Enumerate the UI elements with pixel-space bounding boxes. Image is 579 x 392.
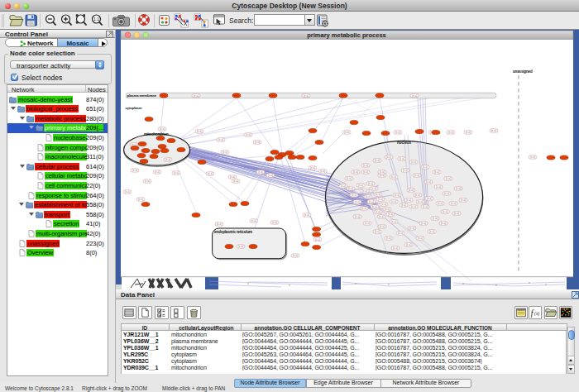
svg-text:[e-a]: [e-a]	[268, 174, 273, 177]
svg-text:endoplasmic reticulum: endoplasmic reticulum	[214, 230, 252, 234]
svg-text:[e-a]: [e-a]	[395, 131, 400, 134]
svg-text:primary metabolic process: primary metabolic process	[307, 31, 385, 39]
svg-text:[e-a]: [e-a]	[304, 94, 309, 98]
svg-text:[e-a]: [e-a]	[230, 175, 235, 179]
svg-text:1:1: 1:1	[93, 17, 99, 22]
svg-text:[e-a]: [e-a]	[293, 254, 298, 257]
svg-text:[e-a]: [e-a]	[385, 208, 390, 211]
svg-text:[e-a]: [e-a]	[315, 238, 320, 241]
svg-text:[e-a]: [e-a]	[194, 94, 199, 98]
svg-text:[e-a]: [e-a]	[155, 170, 160, 174]
svg-text:[e-a]: [e-a]	[443, 210, 447, 213]
svg-text:[e-a]: [e-a]	[421, 222, 426, 225]
svg-text:[e-a]: [e-a]	[398, 232, 403, 235]
svg-text:[e-a]: [e-a]	[441, 222, 446, 225]
svg-text:[e-a]: [e-a]	[386, 155, 391, 159]
svg-text:[e-a]: [e-a]	[409, 227, 414, 230]
svg-text:[e-a]: [e-a]	[401, 203, 406, 207]
svg-text:[e-a]: [e-a]	[132, 169, 137, 172]
svg-text:[e-a]: [e-a]	[466, 131, 471, 134]
svg-text:nucleus: nucleus	[397, 141, 412, 145]
svg-text:[e-a]: [e-a]	[369, 200, 374, 203]
svg-text:[e-a]: [e-a]	[409, 189, 414, 192]
svg-text:[e-a]: [e-a]	[411, 160, 416, 164]
svg-text:[e-a]: [e-a]	[251, 219, 256, 222]
svg-text:[e-a]: [e-a]	[375, 230, 380, 233]
svg-text:[e-a]: [e-a]	[223, 151, 227, 154]
svg-text:[e-a]: [e-a]	[429, 230, 434, 233]
svg-text:[e-a]: [e-a]	[386, 237, 391, 240]
svg-text:f: f	[531, 308, 534, 318]
svg-text:[e-a]: [e-a]	[208, 172, 213, 175]
svg-text:[e-a]: [e-a]	[353, 170, 358, 174]
svg-text:[e-a]: [e-a]	[427, 197, 432, 200]
svg-text:[e-a]: [e-a]	[217, 222, 222, 226]
svg-text:[e-a]: [e-a]	[415, 194, 420, 197]
svg-text:[e-a]: [e-a]	[304, 213, 309, 217]
svg-text:[e-a]: [e-a]	[393, 246, 398, 250]
svg-text:[e-a]: [e-a]	[454, 212, 459, 215]
svg-text:[e-a]: [e-a]	[376, 193, 380, 196]
svg-text:[e-a]: [e-a]	[145, 179, 150, 183]
svg-text:[e-a]: [e-a]	[380, 225, 385, 228]
svg-text:[e-a]: [e-a]	[418, 237, 423, 240]
svg-text:[e-a]: [e-a]	[371, 187, 376, 190]
svg-text:[e-a]: [e-a]	[160, 127, 165, 131]
svg-text:[e-a]: [e-a]	[414, 174, 419, 177]
svg-text:[e-a]: [e-a]	[138, 198, 143, 201]
svg-text:[e-a]: [e-a]	[246, 133, 251, 136]
svg-text:[e-a]: [e-a]	[406, 243, 411, 246]
svg-text:[e-a]: [e-a]	[418, 200, 423, 203]
svg-text:[e-a]: [e-a]	[368, 182, 373, 185]
svg-text:[e-a]: [e-a]	[272, 221, 277, 224]
svg-text:[e-a]: [e-a]	[362, 189, 367, 193]
svg-text:[e-a]: [e-a]	[395, 194, 400, 197]
svg-text:[e-a]: [e-a]	[380, 174, 385, 177]
svg-text:[e-a]: [e-a]	[426, 180, 431, 184]
svg-text:[e-a]: [e-a]	[434, 170, 439, 174]
svg-text:[e-a]: [e-a]	[320, 170, 325, 173]
svg-text:[e-a]: [e-a]	[125, 190, 130, 194]
svg-text:[e-a]: [e-a]	[461, 198, 466, 202]
svg-text:[e-a]: [e-a]	[358, 184, 363, 187]
svg-text:[e-a]: [e-a]	[400, 157, 404, 160]
svg-text:[e-a]: [e-a]	[411, 205, 416, 208]
svg-text:[e-a]: [e-a]	[363, 170, 368, 174]
svg-text:[e-a]: [e-a]	[355, 200, 360, 203]
svg-text:[e-a]: [e-a]	[347, 177, 352, 180]
svg-text:unassigned: unassigned	[513, 69, 533, 74]
svg-text:[e-a]: [e-a]	[423, 165, 428, 169]
svg-text:[e-a]: [e-a]	[372, 205, 377, 208]
svg-text:[e-a]: [e-a]	[258, 170, 263, 174]
svg-text:[e-a]: [e-a]	[375, 159, 380, 162]
svg-text:[e-a]: [e-a]	[197, 130, 202, 133]
svg-text:mitochondrion: mitochondrion	[144, 132, 169, 136]
svg-text:[e-a]: [e-a]	[451, 202, 456, 205]
svg-text:[e-a]: [e-a]	[341, 184, 346, 188]
svg-text:[e-a]: [e-a]	[423, 205, 428, 208]
svg-text:[e-a]: [e-a]	[255, 141, 260, 144]
svg-text:cytoplasm: cytoplasm	[126, 106, 142, 110]
svg-text:[e-a]: [e-a]	[344, 131, 349, 134]
svg-text:[e-a]: [e-a]	[348, 187, 353, 190]
svg-text:[e-a]: [e-a]	[233, 179, 238, 183]
svg-text:[e-a]: [e-a]	[391, 175, 396, 179]
svg-text:[e-a]: [e-a]	[444, 192, 449, 195]
svg-text:plasma membrane: plasma membrane	[127, 93, 157, 98]
svg-text:[e-a]: [e-a]	[218, 138, 223, 141]
svg-text:[e-a]: [e-a]	[456, 187, 461, 190]
svg-text:[e-a]: [e-a]	[352, 194, 356, 197]
svg-text:[e-a]: [e-a]	[381, 203, 386, 206]
svg-text:[e-a]: [e-a]	[448, 131, 453, 134]
svg-text:[e-a]: [e-a]	[379, 215, 384, 218]
svg-text:[e-a]: [e-a]	[491, 129, 496, 132]
svg-text:[e-a]: [e-a]	[380, 170, 385, 174]
svg-text:[e-a]: [e-a]	[363, 164, 368, 167]
svg-text:[e-a]: [e-a]	[406, 198, 411, 202]
svg-text:[e-a]: [e-a]	[361, 207, 366, 210]
svg-text:(x): (x)	[534, 311, 539, 317]
svg-text:[e-a]: [e-a]	[355, 215, 360, 218]
svg-text:[e-a]: [e-a]	[310, 166, 315, 170]
svg-text:[e-a]: [e-a]	[238, 245, 243, 248]
svg-text:[e-a]: [e-a]	[388, 213, 393, 216]
